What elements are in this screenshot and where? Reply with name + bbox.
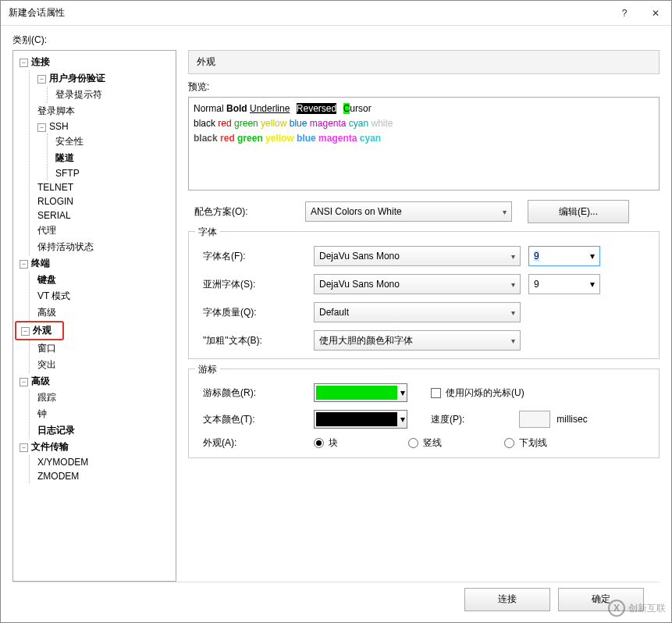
speed-unit: millisec xyxy=(556,414,587,425)
cursor-legend: 游标 xyxy=(195,363,220,376)
bold-text-label: "加粗"文本(B): xyxy=(197,334,314,347)
cursor-color-swatch xyxy=(316,386,397,400)
tree-rlogin[interactable]: RLOGIN xyxy=(33,194,174,208)
blink-checkbox[interactable]: 使用闪烁的光标(U) xyxy=(431,386,524,400)
tree-terminal[interactable]: −终端 xyxy=(15,255,174,272)
chevron-down-icon: ▾ xyxy=(511,336,515,345)
tree-connection[interactable]: −连接 xyxy=(15,54,174,70)
panel-title: 外观 xyxy=(188,50,660,74)
radio-block[interactable]: 块 xyxy=(314,436,338,450)
edit-scheme-button[interactable]: 编辑(E)... xyxy=(528,200,629,223)
text-color-select[interactable]: ▾ xyxy=(314,410,407,429)
font-quality-select[interactable]: Default▾ xyxy=(314,302,521,322)
cursor-group: 游标 游标颜色(R): ▾ 使用闪烁的光标(U) 文本颜色(T): ▾ 速度(P… xyxy=(188,368,660,458)
scheme-select[interactable]: ANSI Colors on White▾ xyxy=(305,201,512,222)
chevron-down-icon: ▾ xyxy=(503,208,507,216)
tree-highlight[interactable]: 突出 xyxy=(33,357,174,373)
connect-button[interactable]: 连接 xyxy=(464,588,550,611)
text-color-swatch xyxy=(316,412,397,426)
asian-font-label: 亚洲字体(S): xyxy=(197,278,314,291)
chevron-down-icon: ▾ xyxy=(590,279,595,290)
chevron-down-icon: ▾ xyxy=(400,387,405,398)
font-quality-label: 字体质量(Q): xyxy=(197,306,314,319)
cursor-color-select[interactable]: ▾ xyxy=(314,383,407,402)
chevron-down-icon: ▾ xyxy=(511,280,515,289)
titlebar: 新建会话属性 ? ✕ xyxy=(1,1,671,26)
category-label: 类别(C): xyxy=(12,34,660,47)
tree-term-adv[interactable]: 高级 xyxy=(33,304,174,321)
watermark-logo-icon: X xyxy=(608,600,625,617)
text-color-label: 文本颜色(T): xyxy=(197,413,314,426)
main-area: −连接 −用户身份验证 登录提示符 登录脚本 −SSH 安全性 隧道 SFTP … xyxy=(12,50,660,582)
content-area: 类别(C): −连接 −用户身份验证 登录提示符 登录脚本 −SSH 安全性 隧… xyxy=(1,26,671,622)
font-name-select[interactable]: DejaVu Sans Mono▾ xyxy=(314,246,521,266)
preview-box: Normal Bold Underline Reversed Cursor bl… xyxy=(188,97,660,190)
tree-ssh[interactable]: −SSH xyxy=(33,119,174,134)
font-group: 字体 字体名(F): DejaVu Sans Mono▾ 9▾ 亚洲字体(S):… xyxy=(188,231,660,359)
tree-login-prompt[interactable]: 登录提示符 xyxy=(51,87,174,103)
radio-underline[interactable]: 下划线 xyxy=(504,436,547,450)
tree-clock[interactable]: 钟 xyxy=(33,406,174,422)
tree-appearance[interactable]: −外观 xyxy=(15,321,64,340)
close-button[interactable]: ✕ xyxy=(640,1,671,26)
tree-keyboard[interactable]: 键盘 xyxy=(33,272,174,288)
radio-vbar[interactable]: 竖线 xyxy=(408,436,442,450)
watermark: X 创新互联 xyxy=(608,600,666,617)
tree-proxy[interactable]: 代理 xyxy=(33,222,174,239)
font-legend: 字体 xyxy=(195,226,220,239)
chevron-down-icon: ▾ xyxy=(511,308,515,317)
settings-panel: 外观 预览: Normal Bold Underline Reversed Cu… xyxy=(188,50,660,582)
category-tree[interactable]: −连接 −用户身份验证 登录提示符 登录脚本 −SSH 安全性 隧道 SFTP … xyxy=(12,50,176,582)
tree-file[interactable]: −文件传输 xyxy=(15,439,174,455)
tree-security[interactable]: 安全性 xyxy=(51,134,174,150)
chevron-down-icon: ▾ xyxy=(511,252,515,261)
tree-window[interactable]: 窗口 xyxy=(33,340,174,357)
preview-label: 预览: xyxy=(188,80,660,94)
cursor-shape-label: 外观(A): xyxy=(197,436,314,450)
color-scheme-row: 配色方案(O): ANSI Colors on White▾ 编辑(E)... xyxy=(188,200,660,223)
tree-auth[interactable]: −用户身份验证 xyxy=(33,70,174,87)
help-button[interactable]: ? xyxy=(609,1,640,26)
dialog-footer: 连接 确定 xyxy=(12,582,660,616)
tree-keepalive[interactable]: 保持活动状态 xyxy=(33,239,174,255)
speed-label: 速度(P): xyxy=(431,413,464,426)
chevron-down-icon: ▾ xyxy=(400,414,405,425)
tree-tunnel[interactable]: 隧道 xyxy=(51,150,174,166)
asian-font-select[interactable]: DejaVu Sans Mono▾ xyxy=(314,274,521,294)
bold-text-select[interactable]: 使用大胆的颜色和字体▾ xyxy=(314,330,521,351)
tree-telnet[interactable]: TELNET xyxy=(33,180,174,194)
tree-trace[interactable]: 跟踪 xyxy=(33,390,174,406)
font-size-select[interactable]: 9▾ xyxy=(528,246,600,266)
tree-serial[interactable]: SERIAL xyxy=(33,208,174,222)
window-title: 新建会话属性 xyxy=(9,6,609,20)
font-name-label: 字体名(F): xyxy=(197,250,314,263)
scheme-label: 配色方案(O): xyxy=(188,205,305,219)
tree-xymodem[interactable]: X/YMODEM xyxy=(33,455,174,469)
asian-font-size-select[interactable]: 9▾ xyxy=(528,274,600,294)
dialog-window: 新建会话属性 ? ✕ 类别(C): −连接 −用户身份验证 登录提示符 登录脚本… xyxy=(0,0,672,623)
tree-vt[interactable]: VT 模式 xyxy=(33,288,174,304)
tree-advanced[interactable]: −高级 xyxy=(15,373,174,390)
tree-login-script[interactable]: 登录脚本 xyxy=(33,103,174,119)
cursor-color-label: 游标颜色(R): xyxy=(197,386,314,400)
speed-input[interactable] xyxy=(519,411,550,428)
tree-log[interactable]: 日志记录 xyxy=(33,422,174,439)
chevron-down-icon: ▾ xyxy=(590,251,595,262)
tree-sftp[interactable]: SFTP xyxy=(51,166,174,180)
tree-zmodem[interactable]: ZMODEM xyxy=(33,469,174,483)
